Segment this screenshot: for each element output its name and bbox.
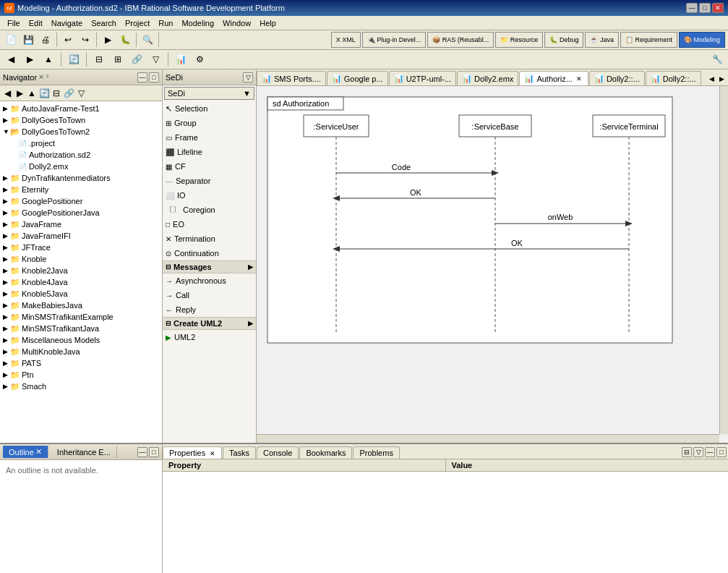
search-button[interactable]: 🔍 xyxy=(140,32,155,48)
tree-arrow-javaframe[interactable]: ▶ xyxy=(3,221,10,228)
tree-arrow-dolly2[interactable]: ▼ xyxy=(3,128,10,135)
tree-item-pats[interactable]: ▶ 📁 PATS xyxy=(0,357,162,369)
tree-arrow-makebabies[interactable]: ▶ xyxy=(3,302,10,309)
outline-minimize[interactable]: — xyxy=(137,447,147,457)
tree-item-minsmsjava[interactable]: ▶ 📁 MinSMSTrafikantJava xyxy=(0,323,162,334)
tree-arrow-knoble2java[interactable]: ▶ xyxy=(3,267,10,274)
palette-item-termination[interactable]: ✕ Termination xyxy=(163,232,256,246)
palette-item-separator[interactable]: --- Separator xyxy=(163,174,256,188)
palette-item-async[interactable]: → Asynchronous xyxy=(163,273,256,288)
tab-authoriz[interactable]: 📊 Authoriz... ✕ xyxy=(519,71,588,85)
tree-item-dollyemx[interactable]: 📄 Dolly2.emx xyxy=(0,161,162,172)
palette-settings[interactable]: ▽ xyxy=(243,72,253,82)
nav-forward-btn[interactable]: ▶ xyxy=(14,88,25,99)
tree-arrow-dolly1[interactable]: ▶ xyxy=(3,116,10,124)
save-button[interactable]: 💾 xyxy=(20,32,36,48)
extra-btn[interactable]: 🔧 xyxy=(709,51,725,67)
menu-project[interactable]: Project xyxy=(121,17,154,29)
tree-item-smach[interactable]: ▶ 📁 Smach xyxy=(0,381,162,392)
minimize-button[interactable]: — xyxy=(686,3,698,13)
tree-arrow-ptn[interactable]: ▶ xyxy=(3,371,10,378)
navigator-minimize[interactable]: — xyxy=(137,72,147,82)
plugin-persp-btn[interactable]: 🔌 Plug-in Devel... xyxy=(362,32,427,48)
tree-arrow-knoble4java[interactable]: ▶ xyxy=(3,279,10,286)
palette-item-uml2[interactable]: ▶ UML2 xyxy=(163,330,256,344)
nav-refresh-btn[interactable]: 🔄 xyxy=(38,88,50,99)
back-button[interactable]: ◀ xyxy=(3,51,19,67)
run-button[interactable]: ▶ xyxy=(100,32,116,48)
palette-item-eo[interactable]: □ EO xyxy=(163,217,256,232)
menu-modeling[interactable]: Modeling xyxy=(177,17,218,29)
tree-item-makebabies[interactable]: ▶ 📁 MakeBabiesJava xyxy=(0,300,162,311)
tab-dolly2-1[interactable]: 📊 Dolly2::... xyxy=(589,71,645,85)
tree-item-misc[interactable]: ▶ 📁 Miscellaneous Models xyxy=(0,334,162,346)
new-button[interactable]: 📄 xyxy=(3,32,19,48)
xml-persp-btn[interactable]: X XML xyxy=(331,32,361,48)
tree-item-geopos[interactable]: ▶ 📁 GooglePositioner xyxy=(0,195,162,207)
filter-button[interactable]: ▽ xyxy=(147,51,163,67)
tree-item-ptn[interactable]: ▶ 📁 Ptn xyxy=(0,369,162,381)
resource-persp-btn[interactable]: 📁 Resource xyxy=(495,32,543,48)
menu-search[interactable]: Search xyxy=(87,17,121,29)
palette-item-group[interactable]: ⊞ Group xyxy=(163,116,256,130)
props-tab-tasks[interactable]: Tasks xyxy=(223,446,256,459)
tree-arrow-eternity[interactable]: ▶ xyxy=(3,186,10,193)
java-persp-btn[interactable]: ☕ Java xyxy=(585,32,619,48)
tab-close-authoriz[interactable]: ✕ xyxy=(575,75,583,83)
tab-u2tp[interactable]: 📊 U2TP-uml-... xyxy=(389,71,456,85)
tree-item-project-file[interactable]: 📄 .project xyxy=(0,137,162,149)
palette-item-selection[interactable]: ↖ Selection xyxy=(163,101,256,116)
redo-button[interactable]: ↪ xyxy=(77,32,93,48)
diagram-canvas-area[interactable]: sd Authorization :ServiceUser :ServiceBa… xyxy=(257,86,728,443)
props-extra[interactable]: ▽ xyxy=(693,447,703,457)
nav-collapse-btn[interactable]: ⊟ xyxy=(51,88,62,99)
tree-arrow-knoble5java[interactable]: ▶ xyxy=(3,290,10,297)
nav-back-btn[interactable]: ◀ xyxy=(1,88,13,99)
props-options[interactable]: ⊟ xyxy=(682,447,692,457)
tree-item-dolly1[interactable]: ▶ 📁 DollyGoesToTown xyxy=(0,114,162,126)
tree-arrow-geopos[interactable]: ▶ xyxy=(3,198,10,205)
menu-file[interactable]: File xyxy=(3,17,25,29)
tree-arrow-dyn[interactable]: ▶ xyxy=(3,174,10,182)
palette-item-call[interactable]: → Call xyxy=(163,288,256,302)
debug-button[interactable]: 🐛 xyxy=(117,32,133,48)
nav-menu-btn[interactable]: ▽ xyxy=(75,88,87,99)
tab-dolly2emx[interactable]: 📊 Dolly2.emx xyxy=(457,71,518,85)
tree-item-minsms[interactable]: ▶ 📁 MinSMSTrafikantExample xyxy=(0,311,162,323)
palette-item-io[interactable]: ⬜ IO xyxy=(163,188,256,203)
collapse-button[interactable]: ⊟ xyxy=(91,51,107,67)
props-tab-bookmarks[interactable]: Bookmarks xyxy=(299,446,352,459)
expand-button[interactable]: ⊞ xyxy=(110,51,126,67)
menu-run[interactable]: Run xyxy=(154,17,177,29)
tab-scroll-left[interactable]: ◀ xyxy=(706,74,716,84)
tree-item-knoble4java[interactable]: ▶ 📁 Knoble4Java xyxy=(0,276,162,288)
tree-arrow-multiknoble[interactable]: ▶ xyxy=(3,348,10,355)
tree-arrow-smach[interactable]: ▶ xyxy=(3,383,10,390)
tree-arrow-autojava[interactable]: ▶ xyxy=(3,105,10,112)
palette-item-continuation[interactable]: ⊙ Continuation xyxy=(163,246,256,260)
tab-googlep[interactable]: 📊 Google p... xyxy=(327,71,388,85)
palette-item-reply[interactable]: ← Reply xyxy=(163,302,256,317)
palette-item-frame[interactable]: ▭ Frame xyxy=(163,130,256,145)
tree-arrow-minsmsjava[interactable]: ▶ xyxy=(3,325,10,332)
tree-item-javaframeifi[interactable]: ▶ 📁 JavaFrameIFI xyxy=(0,230,162,242)
menu-window[interactable]: Window xyxy=(218,17,255,29)
tree-arrow-misc[interactable]: ▶ xyxy=(3,336,10,344)
refresh-button[interactable]: 🔄 xyxy=(66,51,82,67)
modeling-persp-btn[interactable]: 🎨 Modeling xyxy=(679,32,725,48)
tree-arrow-javaframeifi[interactable]: ▶ xyxy=(3,232,10,239)
v-scrollbar[interactable] xyxy=(719,86,728,434)
tree-item-knoble5java[interactable]: ▶ 📁 Knoble5Java xyxy=(0,288,162,300)
tab-scroll-right[interactable]: ▶ xyxy=(716,74,727,84)
tab-dolly2-2[interactable]: 📊 Dolly2::... xyxy=(646,71,701,85)
props-tab-console[interactable]: Console xyxy=(257,446,299,459)
props-tab-problems[interactable]: Problems xyxy=(353,446,399,459)
navigator-maximize[interactable]: □ xyxy=(149,72,159,82)
tree-arrow-pats[interactable]: ▶ xyxy=(3,360,10,367)
palette-messages-section[interactable]: ⊟ Messages ▶ xyxy=(163,260,256,273)
menu-help[interactable]: Help xyxy=(255,17,281,29)
props-minimize[interactable]: — xyxy=(705,447,715,457)
tree-arrow-jftrace[interactable]: ▶ xyxy=(3,244,10,251)
palette-item-coregion[interactable]: 〔〕 Coregion xyxy=(163,203,256,217)
tree-item-multiknoble[interactable]: ▶ 📁 MultiKnobleJava xyxy=(0,346,162,357)
